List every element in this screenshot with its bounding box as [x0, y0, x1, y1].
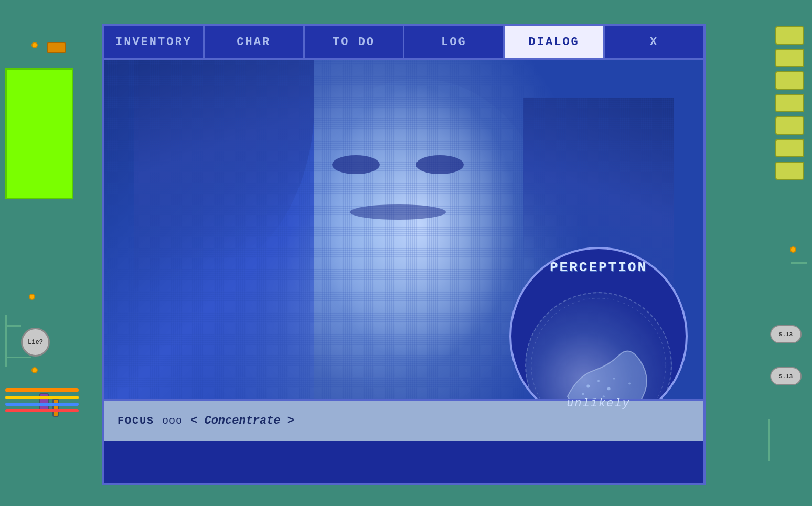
pcb-green-block	[5, 68, 73, 199]
right-btn-7[interactable]	[775, 162, 804, 180]
dialog-window: INVENTORY CHAR TO DO LOG DIALOG X	[102, 24, 706, 485]
lie-button[interactable]: Lie?	[21, 328, 50, 357]
wire-blue	[5, 403, 79, 406]
right-btn-5[interactable]	[775, 116, 804, 135]
svg-point-7	[582, 393, 584, 395]
right-btn-1[interactable]	[775, 26, 804, 45]
tab-todo-label: TO DO	[333, 36, 375, 49]
wire-orange	[5, 388, 79, 392]
pcb-dot	[29, 294, 35, 300]
tab-dialog[interactable]: DIALOG	[505, 26, 605, 58]
pcb-trace	[5, 315, 7, 367]
pcb-dot	[31, 42, 38, 48]
portrait-eye-right	[416, 155, 464, 174]
pcb-trace	[791, 262, 807, 264]
svg-point-3	[607, 387, 611, 390]
right-btn-3[interactable]	[775, 71, 804, 90]
s13-button-bottom[interactable]: S.13	[770, 367, 802, 385]
wire-yellow	[5, 396, 79, 399]
pcb-trace	[768, 419, 770, 461]
focus-dots: ooo	[162, 415, 183, 427]
capacitor	[52, 399, 59, 417]
s13-top-label: S.13	[779, 331, 793, 338]
action-text[interactable]: < Concentrate >	[190, 414, 294, 427]
right-btn-2[interactable]	[775, 49, 804, 67]
svg-point-6	[613, 378, 615, 380]
tab-log[interactable]: LOG	[404, 26, 505, 58]
right-btn-6[interactable]	[775, 139, 804, 157]
perception-title: PERCEPTION	[550, 260, 647, 275]
pcb-left-panel: Lie?	[0, 0, 102, 506]
tab-bar: INVENTORY CHAR TO DO LOG DIALOG X	[104, 26, 703, 60]
tab-close-label: X	[650, 36, 658, 49]
tab-char[interactable]: CHAR	[205, 26, 305, 58]
pcb-dot	[31, 367, 38, 373]
tab-close[interactable]: X	[605, 26, 703, 58]
right-btn-4[interactable]	[775, 94, 804, 112]
svg-point-1	[586, 384, 590, 387]
tab-inventory[interactable]: INVENTORY	[104, 26, 205, 58]
pcb-dot	[790, 246, 796, 253]
wire-red	[5, 409, 79, 412]
lie-button-label: Lie?	[28, 339, 43, 346]
pcb-trace	[5, 357, 31, 358]
pcb-trace	[5, 325, 21, 327]
svg-point-2	[597, 380, 600, 382]
content-area: PERCEPTION	[104, 60, 703, 441]
pcb-background: Lie? S.13 S.13	[0, 0, 812, 506]
tab-log-label: LOG	[441, 36, 467, 49]
perception-outcome: unlikely	[511, 397, 686, 410]
focus-label: FOCUS	[117, 415, 154, 427]
tab-dialog-label: DIALOG	[529, 36, 580, 49]
svg-point-8	[628, 383, 631, 385]
portrait-background: PERCEPTION	[104, 60, 703, 441]
perception-circle: PERCEPTION	[509, 247, 688, 425]
s13-button-top[interactable]: S.13	[770, 325, 802, 343]
right-button-group	[775, 26, 804, 180]
s13-bottom-label: S.13	[779, 373, 793, 380]
tab-todo[interactable]: TO DO	[305, 26, 405, 58]
pcb-right-panel: S.13 S.13	[707, 0, 812, 506]
tab-char-label: CHAR	[237, 36, 271, 49]
tab-inventory-label: INVENTORY	[115, 36, 192, 49]
portrait-eye-left	[332, 155, 380, 174]
pcb-component-orange	[47, 42, 66, 53]
